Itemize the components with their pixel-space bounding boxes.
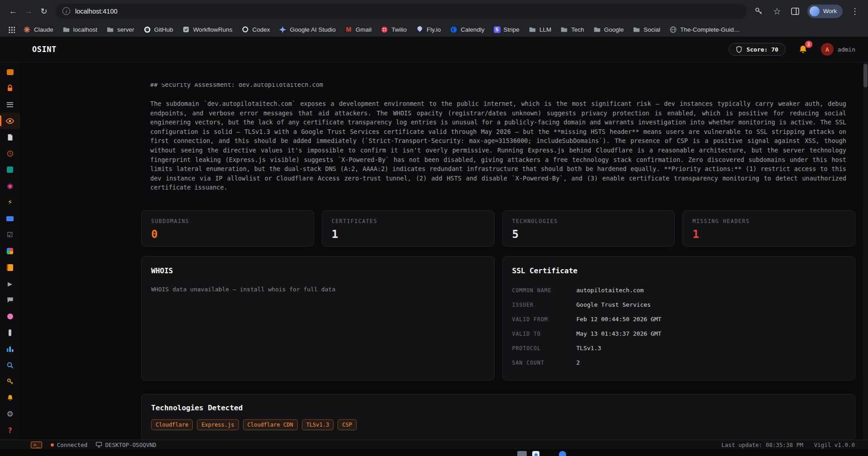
ssl-row: VALID TO May 13 01:43:37 2026 GMT (512, 327, 846, 341)
sidebar-item-document[interactable] (0, 129, 20, 145)
notification-count-badge: 3 (805, 41, 812, 48)
bookmark-twilio[interactable]: Twilio (377, 23, 411, 36)
sidebar-item-lock[interactable] (0, 80, 20, 96)
os-taskbar (0, 449, 868, 456)
flyio-favicon (416, 26, 424, 33)
site-info-icon[interactable] (62, 7, 70, 15)
sidebar-item-plug[interactable] (0, 324, 20, 341)
bookmark-claude[interactable]: Claude (19, 23, 57, 36)
stat-value: 5 (512, 228, 665, 241)
sidebar-item-chart[interactable] (0, 341, 20, 357)
stat-value: 0 (151, 228, 304, 241)
bookmarks-bar: Claude localhost server GitHub WorkflowR… (0, 22, 868, 37)
twilio-favicon (381, 26, 388, 33)
bookmark-google-ai-studio[interactable]: Google AI Studio (275, 23, 339, 36)
bookmark-calendly[interactable]: Calendly (446, 23, 489, 36)
sidebar-item-card[interactable] (0, 210, 20, 227)
sidebar-item-key[interactable] (0, 373, 20, 390)
profile-chip[interactable]: Work (807, 5, 843, 18)
profile-label: Work (823, 8, 837, 14)
forward-icon[interactable] (21, 4, 36, 19)
lightning-icon (8, 199, 13, 206)
sidebar-item-flower[interactable] (0, 308, 20, 324)
bookmark-google[interactable]: Google (589, 23, 628, 36)
bookmark-github[interactable]: GitHub (139, 23, 177, 36)
scrollbar-thumb[interactable] (863, 64, 868, 87)
bookmark-label: Fly.io (427, 26, 441, 33)
terminal-button[interactable]: >_ (31, 442, 42, 448)
bookmark-localhost[interactable]: localhost (58, 23, 101, 36)
ssl-row: COMMON NAME autopilotaitech.com (512, 283, 846, 298)
sidebar-item-package[interactable] (0, 162, 20, 178)
status-bar: >_ Connected DESKTOP-OSOQVND Last update… (0, 440, 868, 449)
document-icon (7, 134, 13, 141)
bookmark-stripe[interactable]: Stripe (490, 23, 524, 36)
sidebar-item-chat[interactable] (0, 292, 20, 308)
browser-menu-icon[interactable] (847, 4, 863, 19)
tech-tag: Express.js (197, 419, 238, 430)
back-icon[interactable] (5, 4, 21, 19)
bookmark-the-complete-guide[interactable]: The-Complete-Guid… (665, 23, 744, 36)
sidebar-item-alerts[interactable] (0, 390, 20, 406)
ssl-row-label: ISSUER (512, 302, 577, 308)
apps-grid-icon[interactable] (5, 23, 18, 36)
url-text: localhost:4100 (75, 8, 118, 15)
technologies-title: Technologies Detected (151, 404, 845, 412)
sidebar-item-target[interactable] (0, 178, 20, 194)
github-favicon (143, 26, 151, 33)
bookmark-tech[interactable]: Tech (556, 23, 588, 36)
sidebar-item-osint-active[interactable] (0, 113, 20, 129)
bookmark-llm[interactable]: LLM (525, 23, 555, 36)
sidebar-item-settings[interactable] (0, 406, 20, 422)
ssl-row-label: SAN COUNT (512, 360, 577, 366)
bookmark-gmail[interactable]: Gmail (341, 23, 376, 36)
sidebar-item-crate[interactable] (0, 64, 20, 80)
gear-icon (6, 410, 13, 418)
taskbar-icon-2[interactable] (532, 451, 539, 456)
ai-studio-favicon (279, 26, 286, 33)
sidebar-item-book[interactable] (0, 259, 20, 276)
sidebar-item-play[interactable] (0, 276, 20, 292)
header-right: Score: 70 3 A admin (729, 43, 855, 56)
sidebar-item-search[interactable] (0, 357, 20, 373)
shield-icon (736, 46, 742, 53)
bookmark-star-icon[interactable] (769, 4, 785, 19)
technologies-panel: Technologies Detected Cloudflare Express… (141, 394, 855, 440)
bookmark-codex[interactable]: Codex (237, 23, 274, 36)
sidebar-item-clock[interactable] (0, 145, 20, 162)
ssl-row: ISSUER Google Trust Services (512, 298, 846, 312)
page-title: OSINT (32, 45, 57, 54)
sidebar-item-help[interactable] (0, 422, 20, 438)
sidebar-item-photos[interactable] (0, 243, 20, 259)
sidebar-item-checkbox[interactable] (0, 227, 20, 243)
sidebar-item-lightning[interactable] (0, 194, 20, 210)
folder-icon (633, 26, 640, 33)
user-menu[interactable]: A admin (821, 43, 855, 56)
photos-icon (7, 248, 13, 254)
notifications-button[interactable]: 3 (798, 44, 809, 55)
side-panel-icon[interactable] (787, 4, 803, 19)
ssl-row: PROTOCOL TLSv1.3 (512, 341, 846, 356)
score-text: Score: 70 (746, 46, 778, 53)
calendly-favicon (450, 26, 458, 33)
content-column: ## Security Assessment: dev.autopilotait… (141, 62, 855, 440)
stripe-favicon (494, 26, 501, 33)
stat-label: SUBDOMAINS (151, 218, 304, 224)
sidebar (0, 62, 20, 440)
taskbar-icon-1[interactable] (517, 451, 527, 456)
server-rack-icon (7, 102, 13, 107)
bookmark-social[interactable]: Social (629, 23, 664, 36)
reload-icon[interactable] (36, 4, 52, 19)
bookmark-workflowruns[interactable]: WorkflowRuns (178, 23, 237, 36)
sidebar-item-servers[interactable] (0, 96, 20, 113)
bookmark-flyio[interactable]: Fly.io (412, 23, 445, 36)
scrollbar-track[interactable] (863, 62, 868, 440)
username: admin (838, 46, 855, 53)
app-header: OSINT Score: 70 3 A admin (0, 37, 868, 62)
password-key-icon[interactable] (751, 4, 767, 19)
bookmark-server[interactable]: server (102, 23, 138, 36)
address-bar[interactable]: localhost:4100 (56, 4, 747, 19)
taskbar-icon-3[interactable] (559, 451, 566, 456)
bookmark-label: Google (604, 26, 624, 33)
whois-message: WHOIS data unavailable — install whois f… (151, 286, 485, 293)
